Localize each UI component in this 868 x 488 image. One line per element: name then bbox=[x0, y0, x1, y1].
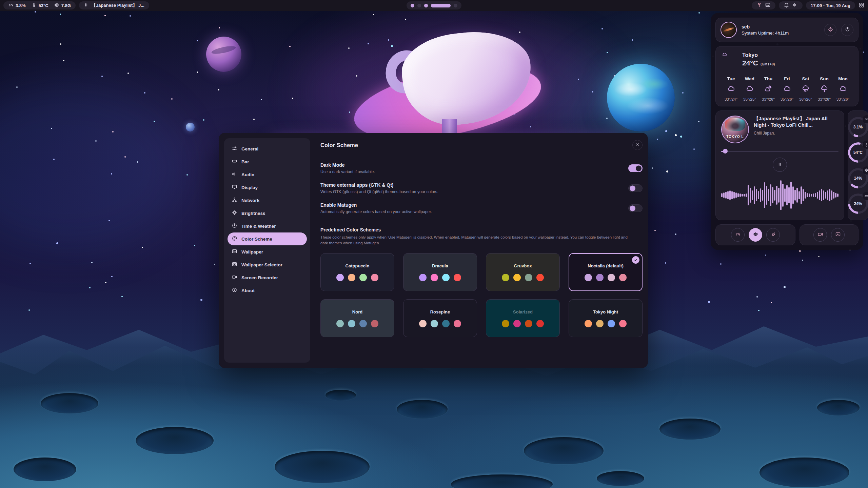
slider-knob[interactable] bbox=[723, 149, 728, 154]
toggle-enable-matugen[interactable] bbox=[628, 204, 643, 212]
scheme-name: Nord bbox=[352, 309, 362, 314]
sidebar-item-audio[interactable]: Audio bbox=[228, 168, 307, 181]
sidebar-item-label: Network bbox=[241, 198, 259, 203]
settings-window: GeneralBarAudioDisplayNetworkBrightnessT… bbox=[219, 133, 648, 368]
media-player-card: 【Japanese Playlist】 Japan All Night - To… bbox=[715, 110, 844, 220]
sidebar-item-network[interactable]: Network bbox=[228, 194, 307, 207]
saturn-coffee-cup bbox=[359, 30, 536, 139]
color-swatch bbox=[348, 320, 355, 327]
info-icon bbox=[232, 287, 237, 294]
forecast-temps: 33°/24° bbox=[725, 97, 737, 101]
close-button[interactable] bbox=[632, 140, 643, 150]
color-swatch bbox=[454, 274, 461, 281]
sidebar-item-label: Color Scheme bbox=[241, 237, 272, 242]
scheme-card-dracula[interactable]: Dracula bbox=[403, 253, 477, 291]
bell-icon[interactable] bbox=[784, 2, 789, 9]
scheme-card-gruvbox[interactable]: Gruvbox bbox=[486, 253, 560, 291]
forecast-temps: 35°/25° bbox=[743, 97, 756, 101]
memory-stat[interactable]: 7.8G bbox=[54, 2, 71, 9]
cpu-usage-value: 3.8% bbox=[16, 3, 26, 8]
sidebar-item-about[interactable]: About bbox=[228, 284, 307, 297]
grid-icon bbox=[859, 2, 865, 9]
sidebar-item-screen-recorder[interactable]: Screen Recorder bbox=[228, 271, 307, 284]
cloud-icon bbox=[727, 84, 735, 94]
topbar-media-pill[interactable]: 【Japanese Playlist】 J... bbox=[79, 1, 149, 9]
clock-pill[interactable]: 17:09 - Tue, 19 Aug bbox=[806, 1, 855, 9]
crater bbox=[760, 458, 849, 487]
power-profile-balanced[interactable] bbox=[749, 228, 762, 242]
moon-surface bbox=[0, 349, 868, 488]
media-title: 【Japanese Playlist】 Japan All Night - To… bbox=[754, 116, 839, 128]
sidebar-item-label: General bbox=[241, 146, 258, 151]
workspace-5[interactable] bbox=[454, 4, 457, 7]
power-button[interactable] bbox=[841, 24, 853, 36]
toggle-dark-mode[interactable] bbox=[628, 164, 643, 172]
toggle-settings: Dark ModeUse a dark variant if available… bbox=[320, 162, 643, 222]
scheme-card-catppuccin[interactable]: Catppuccin bbox=[320, 253, 394, 291]
cloud-icon bbox=[746, 84, 754, 94]
clock-icon bbox=[232, 223, 237, 229]
workspace-1[interactable] bbox=[411, 4, 414, 7]
scheme-card-noctalia-default[interactable]: Noctalia (default) bbox=[569, 253, 643, 291]
scheme-card-solarized[interactable]: Solarized bbox=[486, 299, 560, 337]
speaker-icon[interactable] bbox=[792, 2, 798, 9]
scheme-card-rosepine[interactable]: Rosepine bbox=[403, 299, 477, 337]
color-swatch bbox=[525, 274, 532, 281]
sidebar-item-wallpaper-selector[interactable]: Wallpaper Selector bbox=[228, 258, 307, 271]
power-icon bbox=[845, 26, 850, 33]
setting-title: Theme external apps (GTK & Qt) bbox=[320, 182, 438, 188]
color-swatch bbox=[359, 320, 367, 327]
color-swatch bbox=[348, 274, 355, 281]
crater bbox=[817, 400, 860, 415]
color-swatch bbox=[608, 320, 615, 327]
scheme-name: Noctalia (default) bbox=[588, 263, 623, 268]
power-profile-performance[interactable] bbox=[731, 228, 745, 242]
wallpaper-button[interactable] bbox=[831, 228, 845, 242]
scheme-name: Dracula bbox=[432, 263, 448, 268]
cpu-usage-stat[interactable]: 3.8% bbox=[8, 2, 26, 9]
forecast-temps: 35°/26° bbox=[781, 97, 793, 101]
forecast-day-fri: Fri35°/26° bbox=[778, 76, 796, 101]
sidebar-item-display[interactable]: Display bbox=[228, 181, 307, 194]
tray-app-icon[interactable] bbox=[756, 2, 762, 9]
gauge-icon bbox=[735, 231, 741, 238]
screen-recorder-button[interactable] bbox=[813, 228, 827, 242]
settings-button[interactable] bbox=[824, 24, 836, 36]
speaker-icon bbox=[232, 171, 237, 178]
power-profile-power-saver[interactable] bbox=[766, 228, 780, 242]
color-swatch bbox=[336, 274, 344, 281]
sidebar-item-label: Screen Recorder bbox=[241, 275, 278, 280]
temperature-stat[interactable]: 53°C bbox=[31, 2, 48, 9]
sidebar-item-color-scheme[interactable]: Color Scheme bbox=[228, 232, 307, 245]
app-grid-button[interactable] bbox=[859, 2, 865, 9]
color-swatch bbox=[454, 320, 461, 327]
pause-icon bbox=[777, 162, 782, 168]
tray-image-icon[interactable] bbox=[765, 2, 771, 9]
settings-content: Color Scheme Dark ModeUse a dark variant… bbox=[320, 138, 643, 363]
control-panel: seb System Uptime: 4h11m Tokyo 24°C (GMT… bbox=[711, 13, 863, 250]
sidebar-item-general[interactable]: General bbox=[228, 142, 307, 155]
workspace-2[interactable] bbox=[417, 4, 421, 7]
gauge-disk: 24% bbox=[848, 194, 868, 214]
toggle-theme-external-apps-gtk-qt[interactable] bbox=[628, 184, 643, 192]
crater bbox=[597, 471, 644, 486]
workspace-4[interactable] bbox=[431, 4, 451, 7]
forecast-day-label: Sat bbox=[802, 76, 809, 81]
palette-icon bbox=[232, 236, 237, 242]
media-progress-slider[interactable] bbox=[721, 149, 839, 154]
color-swatch bbox=[336, 320, 344, 327]
top-bar: 3.8% 53°C 7.8G 【Japanese Playlist】 J... bbox=[0, 0, 868, 11]
color-swatch bbox=[513, 274, 521, 281]
sidebar-item-bar[interactable]: Bar bbox=[228, 155, 307, 168]
color-swatch bbox=[419, 320, 427, 327]
scheme-card-tokyo-night[interactable]: Tokyo Night bbox=[569, 299, 643, 337]
scheme-cards-grid: CatppuccinDraculaGruvboxNoctalia (defaul… bbox=[320, 253, 643, 337]
pause-button[interactable] bbox=[773, 158, 787, 172]
workspace-3[interactable] bbox=[424, 4, 428, 7]
sidebar-item-wallpaper[interactable]: Wallpaper bbox=[228, 245, 307, 258]
forecast-day-label: Fri bbox=[784, 76, 790, 81]
scheme-card-nord[interactable]: Nord bbox=[320, 299, 394, 337]
sidebar-item-brightness[interactable]: Brightness bbox=[228, 207, 307, 220]
sidebar-item-time-weather[interactable]: Time & Weather bbox=[228, 220, 307, 232]
color-swatch bbox=[371, 274, 378, 281]
